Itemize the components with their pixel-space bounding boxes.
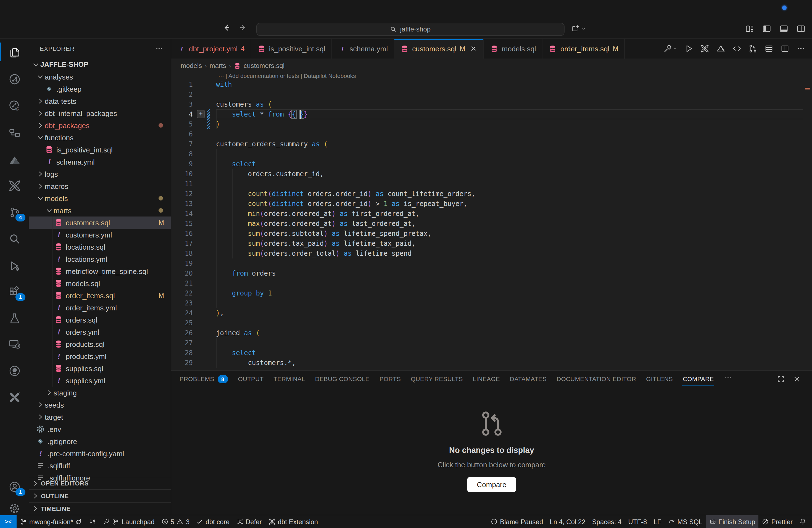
breadcrumb-item-marts[interactable]: marts — [209, 62, 226, 70]
more-actions-icon[interactable] — [797, 44, 806, 53]
code-line-21[interactable]: 21 — [171, 278, 812, 288]
activity-search[interactable] — [0, 225, 29, 252]
tree-item-dbt_packages[interactable]: dbt_packages — [29, 119, 171, 131]
nav-forward-icon[interactable] — [238, 23, 247, 32]
code-line-8[interactable]: 8 — [171, 149, 812, 159]
code-line-13[interactable]: 13 count(distinct orders.order_id) > 1 a… — [171, 199, 812, 209]
panel-tab-lineage[interactable]: LINEAGE — [468, 371, 505, 387]
code-line-5[interactable]: 5) — [171, 119, 812, 129]
tree-item-orders.sql[interactable]: orders.sql — [29, 314, 171, 326]
tree-item-functions[interactable]: functions — [29, 131, 171, 144]
sidebar-section-open-editors[interactable]: OPEN EDITORS — [29, 476, 171, 489]
status-indentation[interactable]: Spaces: 4 — [589, 515, 625, 528]
panel-tab-problems[interactable]: PROBLEMS8 — [175, 371, 233, 387]
tree-item-products.sql[interactable]: products.sql — [29, 338, 171, 350]
tree-item-order_items.sql[interactable]: order_items.sqlM — [29, 289, 171, 302]
code-line-29[interactable]: 29 customers.*, — [171, 358, 812, 368]
tree-item-.pre-commit-config.yaml[interactable]: !.pre-commit-config.yaml — [29, 448, 171, 459]
status-language-mode[interactable]: MS SQL — [665, 515, 706, 528]
tree-root[interactable]: JAFFLE-SHOP — [29, 59, 171, 71]
status-notifications[interactable] — [796, 515, 810, 528]
tree-item-customers.sql[interactable]: customers.sqlM — [29, 217, 171, 229]
panel-tab-query-results[interactable]: QUERY RESULTS — [406, 371, 468, 387]
activity-dbt-alt[interactable] — [0, 384, 29, 410]
nav-back-icon[interactable] — [222, 23, 231, 32]
tree-item-models.sql[interactable]: models.sql — [29, 277, 171, 289]
status-defer[interactable]: Defer — [233, 515, 265, 528]
tree-item-models[interactable]: models — [29, 192, 171, 204]
breadcrumb-item-models[interactable]: models — [180, 62, 202, 70]
code-line-24[interactable]: 24), — [171, 308, 812, 318]
status-remote-indicator[interactable]: >< — [0, 515, 17, 528]
code-line-16[interactable]: 16 sum(orders.subtotal) as lifetime_spen… — [171, 229, 812, 239]
editor-action-build[interactable] — [663, 44, 677, 53]
tree-item-supplies.yml[interactable]: !supplies.yml — [29, 375, 171, 386]
toggle-sidebar-icon[interactable] — [762, 24, 771, 33]
code-line-18[interactable]: 18 sum(orders.order_total) as lifetime_s… — [171, 249, 812, 259]
sidebar-section-timeline[interactable]: TIMELINE — [29, 502, 171, 515]
code-line-25[interactable]: 25 — [171, 318, 812, 328]
activity-run-and-debug[interactable] — [0, 252, 29, 279]
code-line-1[interactable]: 1with — [171, 79, 812, 89]
status-encoding[interactable]: UTF-8 — [625, 515, 650, 528]
status-finish-setup[interactable]: Finish Setup — [706, 515, 758, 528]
query-results-icon[interactable] — [765, 44, 773, 53]
tab-customers.sql[interactable]: customers.sqlM — [394, 39, 484, 59]
status-prettier[interactable]: Prettier — [759, 515, 796, 528]
tree-item-seeds[interactable]: seeds — [29, 399, 171, 411]
activity-remote-explorer[interactable] — [0, 331, 29, 357]
code-line-3[interactable]: 3customers as ( — [171, 99, 812, 109]
tree-item-.gitkeep[interactable]: .gitkeep — [29, 83, 171, 95]
sidebar-section-outline[interactable]: OUTLINE — [29, 489, 171, 502]
tree-item-staging[interactable]: staging — [29, 386, 171, 399]
toggle-panel-icon[interactable] — [779, 24, 788, 33]
tree-item-analyses[interactable]: analyses — [29, 71, 171, 83]
tab-schema.yml[interactable]: !schema.yml — [332, 39, 394, 59]
activity-query-panel[interactable]: @ — [0, 92, 29, 119]
panel-tab-output[interactable]: OUTPUT — [233, 371, 269, 387]
command-center-search[interactable]: jaffle-shop — [256, 23, 565, 36]
tree-item-locations.yml[interactable]: !locations.yml — [29, 253, 171, 265]
tree-item-.sqlfluff[interactable]: .sqlfluff — [29, 459, 171, 472]
panel-tab-debug-console[interactable]: DEBUG CONSOLE — [310, 371, 375, 387]
tree-item-logs[interactable]: logs — [29, 168, 171, 180]
compare-button[interactable]: Compare — [468, 477, 516, 492]
toggle-secondary-sidebar-icon[interactable] — [797, 24, 806, 33]
panel-tab-datamates[interactable]: DATAMATES — [505, 371, 552, 387]
activity-explorer[interactable] — [0, 39, 29, 65]
code-line-15[interactable]: 15 max(orders.ordered_at) as last_ordere… — [171, 219, 812, 229]
panel-more-tabs[interactable] — [719, 374, 738, 384]
tree-item-.env[interactable]: .env — [29, 423, 171, 435]
tree-item-dbt_internal_packages[interactable]: dbt_internal_packages — [29, 107, 171, 119]
tab-is_positive_int.sql[interactable]: is_positive_int.sql — [251, 39, 332, 59]
status-dbt-core[interactable]: dbt core — [193, 515, 233, 528]
status-problems[interactable]: 53 — [158, 515, 193, 528]
panel-tab-compare[interactable]: COMPARE — [678, 371, 719, 387]
split-editor-icon[interactable] — [781, 44, 789, 53]
close-panel-icon[interactable] — [793, 375, 801, 383]
share-button[interactable] — [571, 24, 586, 33]
add-line-action-button[interactable]: + — [197, 110, 205, 118]
code-editor[interactable]: ··· | Add documentation or tests | Datap… — [171, 72, 812, 370]
tree-item-macros[interactable]: macros — [29, 180, 171, 192]
code-line-20[interactable]: 20 from orders — [171, 268, 812, 278]
code-line-27[interactable]: 27 — [171, 338, 812, 348]
code-line-19[interactable]: 19 — [171, 259, 812, 268]
code-line-10[interactable]: 10 orders.customer_id, — [171, 169, 812, 179]
code-line-28[interactable]: 28 select — [171, 348, 812, 358]
customize-layout-icon[interactable] — [745, 24, 754, 33]
code-line-17[interactable]: 17 sum(orders.tax_paid) as lifetime_tax_… — [171, 239, 812, 249]
status-eol[interactable]: LF — [650, 515, 665, 528]
code-line-11[interactable]: 11 — [171, 179, 812, 189]
code-line-14[interactable]: 14 min(orders.ordered_at) as first_order… — [171, 209, 812, 219]
status-dbt-extension[interactable]: dbt Extension — [265, 515, 321, 528]
tree-item-orders.yml[interactable]: !orders.yml — [29, 326, 171, 338]
status-tune[interactable] — [86, 515, 100, 528]
status-launchpad[interactable]: Launchpad — [100, 515, 158, 528]
dbt-action-icon[interactable] — [700, 44, 709, 53]
code-line-9[interactable]: 9 select — [171, 159, 812, 169]
tree-item-customers.yml[interactable]: !customers.yml — [29, 229, 171, 241]
tab-models.sql[interactable]: models.sql — [484, 39, 543, 59]
explorer-more-actions-icon[interactable] — [155, 45, 163, 53]
tree-item-.gitignore[interactable]: .gitignore — [29, 435, 171, 448]
